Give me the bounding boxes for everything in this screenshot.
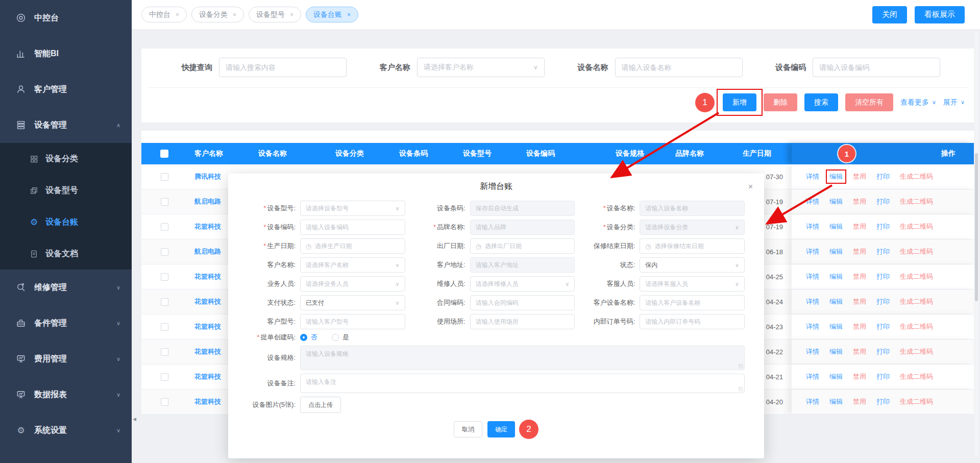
device-remark-textarea[interactable]: 请输入备注 xyxy=(300,374,745,393)
customer-link[interactable]: 花篮科技 xyxy=(194,273,221,280)
row-checkbox[interactable] xyxy=(161,323,168,331)
brand-name-input[interactable] xyxy=(470,220,575,235)
customer-address-input[interactable] xyxy=(470,257,575,273)
search-button[interactable]: 搜索 xyxy=(804,93,838,111)
row-checkbox[interactable] xyxy=(161,273,168,281)
add-button[interactable]: 新增 xyxy=(723,93,756,111)
edit-link[interactable]: 编辑 xyxy=(829,197,843,206)
edit-link[interactable]: 编辑 xyxy=(829,372,843,381)
sidebar-item-spare-parts[interactable]: 备件管理∨ xyxy=(0,305,132,341)
sidebar-item-console[interactable]: 中控台 xyxy=(0,0,132,36)
filter-device-name-input[interactable] xyxy=(615,58,743,77)
confirm-button[interactable]: 确定 xyxy=(487,421,515,437)
customer-model-input[interactable] xyxy=(300,314,405,329)
sidebar-item-device-category[interactable]: 设备分类 xyxy=(0,143,132,175)
customer-link[interactable]: 花篮科技 xyxy=(194,348,221,355)
sidebar-item-device-model[interactable]: 设备型号 xyxy=(0,175,132,206)
status-select[interactable]: 保内∨ xyxy=(640,257,745,273)
print-link[interactable]: 打印 xyxy=(876,172,890,181)
warranty-end-date-date-picker[interactable]: ◷选择保修结束日期 xyxy=(640,238,745,254)
disable-link[interactable]: 禁用 xyxy=(853,347,866,356)
print-link[interactable]: 打印 xyxy=(876,347,890,356)
print-link[interactable]: 打印 xyxy=(876,272,890,281)
delete-button[interactable]: 删除 xyxy=(764,93,797,111)
device-code-input[interactable] xyxy=(300,220,405,235)
generate-qrcode-link[interactable]: 生成二维码 xyxy=(900,247,933,256)
sidebar-item-reports[interactable]: 数据报表∨ xyxy=(0,377,132,412)
vertical-scrollbar[interactable] xyxy=(974,31,978,457)
cancel-button[interactable]: 取消 xyxy=(454,421,482,437)
view-more-link[interactable]: 查看更多 ∨ xyxy=(900,98,936,107)
print-link[interactable]: 打印 xyxy=(876,397,890,406)
disable-link[interactable]: 禁用 xyxy=(853,272,866,281)
detail-link[interactable]: 详情 xyxy=(806,272,819,281)
detail-link[interactable]: 详情 xyxy=(806,322,819,331)
customer-link[interactable]: 花篮科技 xyxy=(194,373,221,380)
row-checkbox[interactable] xyxy=(161,398,168,406)
device-category-select[interactable]: 请选择设备分类∨ xyxy=(640,220,745,235)
print-link[interactable]: 打印 xyxy=(876,222,890,231)
repair-person-select[interactable]: 请选择维修人员∨ xyxy=(470,276,575,291)
disable-link[interactable]: 禁用 xyxy=(853,172,866,181)
edit-link[interactable]: 编辑 xyxy=(829,222,843,231)
disable-link[interactable]: 禁用 xyxy=(853,222,866,231)
tab-console[interactable]: 中控台× xyxy=(141,7,187,22)
detail-link[interactable]: 详情 xyxy=(806,397,819,406)
generate-qrcode-link[interactable]: 生成二维码 xyxy=(900,322,933,331)
generate-qrcode-link[interactable]: 生成二维码 xyxy=(900,197,933,206)
sidebar-item-devices[interactable]: 设备管理∧ xyxy=(0,107,132,143)
generate-qrcode-link[interactable]: 生成二维码 xyxy=(900,222,933,231)
sidebar-item-device-ledger[interactable]: ⚙设备台账 xyxy=(0,206,132,238)
generate-qrcode-link[interactable]: 生成二维码 xyxy=(900,272,933,281)
usage-place-input[interactable] xyxy=(470,314,575,329)
customer-link[interactable]: 花篮科技 xyxy=(194,398,221,405)
filter-customer-name-select[interactable]: 请选择客户名称∨ xyxy=(417,58,545,77)
contract-code-input[interactable] xyxy=(470,295,575,310)
disable-link[interactable]: 禁用 xyxy=(853,297,866,306)
device-name-input[interactable] xyxy=(640,201,745,216)
close-icon[interactable]: × xyxy=(176,11,179,18)
customer-device-name-input[interactable] xyxy=(640,295,745,310)
sidebar-item-repair[interactable]: 维修管理∨ xyxy=(0,270,132,305)
print-link[interactable]: 打印 xyxy=(876,247,890,256)
select-all-checkbox[interactable] xyxy=(160,150,168,158)
sidebar-item-settings[interactable]: ⚙系统设置∨ xyxy=(0,412,132,448)
generate-qrcode-link[interactable]: 生成二维码 xyxy=(900,347,933,356)
edit-link[interactable]: 编辑 xyxy=(829,272,843,281)
close-icon[interactable]: × xyxy=(290,11,293,18)
upload-button[interactable]: 点击上传 xyxy=(300,397,341,413)
edit-link[interactable]: 编辑 xyxy=(829,397,843,406)
close-icon[interactable]: × xyxy=(233,11,236,18)
disable-link[interactable]: 禁用 xyxy=(853,197,866,206)
row-checkbox[interactable] xyxy=(161,198,168,206)
generate-qrcode-link[interactable]: 生成二维码 xyxy=(900,172,933,181)
tab-device-ledger[interactable]: 设备台账× xyxy=(306,7,358,22)
sidebar-item-expense[interactable]: 费用管理∨ xyxy=(0,341,132,377)
filter-quick-search-input[interactable] xyxy=(219,58,347,77)
edit-link[interactable]: 编辑 xyxy=(829,322,843,331)
detail-link[interactable]: 详情 xyxy=(806,372,819,381)
customer-link[interactable]: 花篮科技 xyxy=(194,323,221,330)
clear-all-button[interactable]: 清空所有 xyxy=(845,93,893,111)
device-spec-textarea[interactable]: 请输入设备规格 xyxy=(300,346,745,370)
print-link[interactable]: 打印 xyxy=(876,297,890,306)
detail-link[interactable]: 详情 xyxy=(806,347,819,356)
row-checkbox[interactable] xyxy=(161,173,168,181)
row-checkbox[interactable] xyxy=(161,298,168,306)
customer-name-select[interactable]: 请选择客户名称∨ xyxy=(300,257,405,273)
production-date-date-picker[interactable]: ◷选择生产日期 xyxy=(300,238,405,254)
factory-date-date-picker[interactable]: ◷选择出厂日期 xyxy=(470,238,575,254)
detail-link[interactable]: 详情 xyxy=(806,172,819,181)
edit-link[interactable]: 编辑 xyxy=(829,297,843,306)
customer-link[interactable]: 花篮科技 xyxy=(194,223,221,230)
detail-link[interactable]: 详情 xyxy=(806,197,819,206)
internal-order-no-input[interactable] xyxy=(640,314,745,329)
customer-link[interactable]: 腾讯科技 xyxy=(194,173,221,180)
edit-link[interactable]: 编辑 xyxy=(829,247,843,256)
detail-link[interactable]: 详情 xyxy=(806,222,819,231)
row-checkbox[interactable] xyxy=(161,373,168,381)
board-display-button[interactable]: 看板展示 xyxy=(915,6,965,23)
row-checkbox[interactable] xyxy=(161,348,168,356)
device-barcode-input[interactable] xyxy=(470,201,575,216)
detail-link[interactable]: 详情 xyxy=(806,297,819,306)
